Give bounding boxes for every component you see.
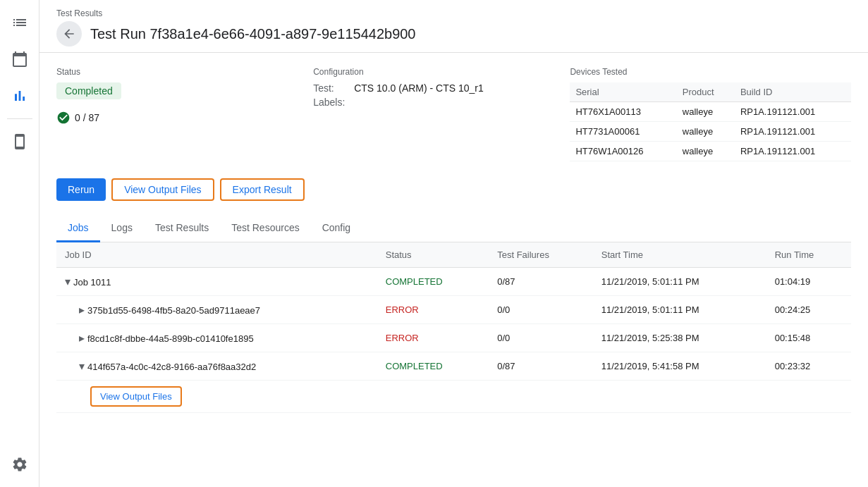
chevron-down-icon[interactable]: ▾	[79, 360, 85, 372]
job-id-cell: ▾414f657a-4c0c-42c8-9166-aa76f8aa32d2	[56, 352, 377, 381]
view-output-row: View Output Files	[56, 381, 851, 413]
job-id-value: f8cd1c8f-dbbe-44a5-899b-c01410fe1895	[87, 333, 254, 344]
job-id-value: Job 1011	[73, 277, 111, 288]
sidebar	[0, 0, 39, 487]
sidebar-item-phone[interactable]	[3, 125, 37, 159]
chevron-right-icon[interactable]: ▸	[79, 332, 85, 344]
device-row: HT7731A00061walleyeRP1A.191121.001	[570, 122, 851, 142]
devices-table: Serial Product Build ID HT76X1A00113wall…	[570, 82, 851, 161]
job-id-cell: ▸375b1d55-6498-4fb5-8a20-5ad9711aeae7	[56, 296, 377, 324]
pass-count: 0 / 87	[56, 111, 291, 125]
info-section: Status Completed 0 / 87 Configuration Te…	[56, 67, 851, 161]
job-start-time: 11/21/2019, 5:25:38 PM	[593, 324, 766, 352]
devices-col-serial: Serial	[570, 82, 676, 102]
header: Test Results Test Run 7f38a1e4-6e66-4091…	[39, 0, 868, 53]
job-run-time: 00:15:48	[766, 324, 851, 352]
device-product: walleye	[677, 102, 735, 122]
device-serial: HT7731A00061	[570, 122, 676, 142]
tab-test-resources[interactable]: Test Resources	[220, 215, 310, 242]
job-failures: 0/87	[489, 352, 593, 381]
job-id-cell: ▾Job 1011	[56, 268, 377, 296]
job-failures: 0/0	[489, 296, 593, 324]
view-output-small-button[interactable]: View Output Files	[90, 386, 182, 407]
job-id-value: 375b1d55-6498-4fb5-8a20-5ad9711aeae7	[87, 305, 260, 316]
page-title-row: Test Run 7f38a1e4-6e66-4091-a897-9e11544…	[56, 21, 851, 47]
device-serial: HT76W1A00126	[570, 142, 676, 161]
job-failures: 0/87	[489, 268, 593, 296]
job-status: ERROR	[377, 296, 489, 324]
sidebar-item-list[interactable]	[3, 6, 37, 39]
job-id-cell: ▸f8cd1c8f-dbbe-44a5-899b-c01410fe1895	[56, 324, 377, 352]
config-labels-key: Labels:	[313, 97, 348, 108]
rerun-button[interactable]: Rerun	[56, 178, 106, 201]
device-serial: HT76X1A00113	[570, 102, 676, 122]
main-content: Test Results Test Run 7f38a1e4-6e66-4091…	[39, 0, 868, 487]
breadcrumb: Test Results	[56, 8, 851, 18]
job-run-time: 00:23:32	[766, 352, 851, 381]
device-row: HT76X1A00113walleyeRP1A.191121.001	[570, 102, 851, 122]
job-run-time: 01:04:19	[766, 268, 851, 296]
job-run-time: 00:24:25	[766, 296, 851, 324]
jobs-col-status: Status	[377, 242, 489, 268]
tabs: JobsLogsTest ResultsTest ResourcesConfig	[56, 215, 851, 242]
jobs-table: Job ID Status Test Failures Start Time R…	[56, 242, 851, 413]
status-badge: Completed	[56, 82, 121, 99]
job-start-time: 11/21/2019, 5:01:11 PM	[593, 296, 766, 324]
job-row: ▾Job 1011COMPLETED0/8711/21/2019, 5:01:1…	[56, 268, 851, 296]
jobs-col-id: Job ID	[56, 242, 377, 268]
devices-label: Devices Tested	[570, 67, 851, 77]
job-start-time: 11/21/2019, 5:01:11 PM	[593, 268, 766, 296]
tab-config[interactable]: Config	[311, 215, 362, 242]
view-output-cell: View Output Files	[56, 381, 851, 413]
device-product: walleye	[677, 122, 735, 142]
device-row: HT76W1A00126walleyeRP1A.191121.001	[570, 142, 851, 161]
job-start-time: 11/21/2019, 5:41:58 PM	[593, 352, 766, 381]
job-row: ▾414f657a-4c0c-42c8-9166-aa76f8aa32d2COM…	[56, 352, 851, 381]
status-block: Status Completed 0 / 87	[56, 67, 291, 161]
action-buttons: Rerun View Output Files Export Result	[56, 178, 851, 201]
sidebar-item-calendar[interactable]	[3, 42, 37, 76]
page-title: Test Run 7f38a1e4-6e66-4091-a897-9e11544…	[90, 26, 416, 42]
chevron-right-icon[interactable]: ▸	[79, 304, 85, 316]
job-row: ▸f8cd1c8f-dbbe-44a5-899b-c01410fe1895ERR…	[56, 324, 851, 352]
job-status: COMPLETED	[377, 352, 489, 381]
status-label: Status	[56, 67, 291, 77]
sidebar-item-chart[interactable]	[3, 79, 37, 113]
tab-logs[interactable]: Logs	[100, 215, 144, 242]
device-build_id: RP1A.191121.001	[735, 122, 851, 142]
jobs-col-failures: Test Failures	[489, 242, 593, 268]
config-block: Configuration Test: CTS 10.0 (ARM) - CTS…	[313, 67, 547, 161]
job-id-value: 414f657a-4c0c-42c8-9166-aa76f8aa32d2	[87, 362, 256, 372]
chevron-down-icon[interactable]: ▾	[65, 276, 71, 288]
sidebar-bottom	[3, 448, 37, 487]
jobs-col-runtime: Run Time	[766, 242, 851, 268]
device-build_id: RP1A.191121.001	[735, 142, 851, 161]
tab-test-results[interactable]: Test Results	[144, 215, 220, 242]
config-test-key: Test:	[313, 82, 348, 94]
device-build_id: RP1A.191121.001	[735, 102, 851, 122]
view-output-button[interactable]: View Output Files	[111, 178, 214, 201]
sidebar-divider	[7, 118, 32, 119]
tab-jobs[interactable]: Jobs	[56, 215, 100, 242]
content-area: Status Completed 0 / 87 Configuration Te…	[39, 53, 868, 487]
sidebar-item-settings[interactable]	[3, 448, 37, 481]
export-result-button[interactable]: Export Result	[220, 178, 305, 201]
back-button[interactable]	[56, 21, 82, 47]
job-status: ERROR	[377, 324, 489, 352]
config-test-value: CTS 10.0 (ARM) - CTS 10_r1	[354, 82, 484, 94]
pass-count-value: 0 / 87	[75, 112, 99, 123]
devices-col-product: Product	[677, 82, 735, 102]
job-status: COMPLETED	[377, 268, 489, 296]
devices-col-buildid: Build ID	[735, 82, 851, 102]
config-labels-row: Labels:	[313, 97, 547, 108]
job-row: ▸375b1d55-6498-4fb5-8a20-5ad9711aeae7ERR…	[56, 296, 851, 324]
device-product: walleye	[677, 142, 735, 161]
devices-block: Devices Tested Serial Product Build ID H…	[570, 67, 851, 161]
config-test-row: Test: CTS 10.0 (ARM) - CTS 10_r1	[313, 82, 547, 94]
config-label: Configuration	[313, 67, 547, 77]
jobs-col-start: Start Time	[593, 242, 766, 268]
job-failures: 0/0	[489, 324, 593, 352]
